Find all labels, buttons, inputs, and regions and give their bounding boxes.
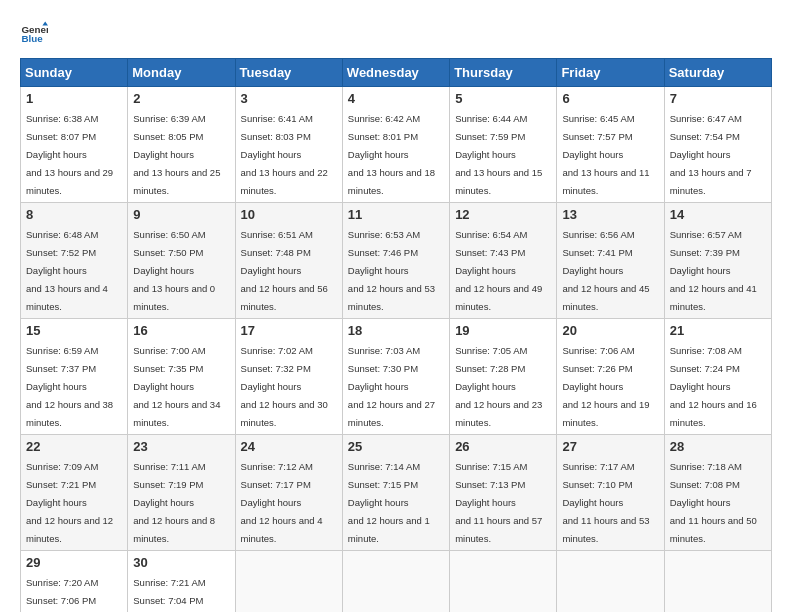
calendar-cell: 30 Sunrise: 7:21 AMSunset: 7:04 PMDaylig… (128, 551, 235, 613)
day-number: 6 (562, 91, 658, 106)
day-detail: Sunrise: 7:15 AMSunset: 7:13 PMDaylight … (455, 461, 542, 544)
weekday-header: Monday (128, 59, 235, 87)
day-number: 5 (455, 91, 551, 106)
calendar-week-row: 29 Sunrise: 7:20 AMSunset: 7:06 PMDaylig… (21, 551, 772, 613)
day-number: 10 (241, 207, 337, 222)
svg-text:Blue: Blue (21, 33, 43, 44)
calendar-cell (235, 551, 342, 613)
calendar-cell: 1 Sunrise: 6:38 AMSunset: 8:07 PMDayligh… (21, 87, 128, 203)
logo-icon: General Blue (20, 20, 48, 48)
day-number: 28 (670, 439, 766, 454)
calendar-cell: 4 Sunrise: 6:42 AMSunset: 8:01 PMDayligh… (342, 87, 449, 203)
day-detail: Sunrise: 6:45 AMSunset: 7:57 PMDaylight … (562, 113, 649, 196)
weekday-header: Wednesday (342, 59, 449, 87)
day-number: 2 (133, 91, 229, 106)
day-number: 30 (133, 555, 229, 570)
day-detail: Sunrise: 6:54 AMSunset: 7:43 PMDaylight … (455, 229, 542, 312)
day-number: 7 (670, 91, 766, 106)
calendar-cell: 11 Sunrise: 6:53 AMSunset: 7:46 PMDaylig… (342, 203, 449, 319)
day-detail: Sunrise: 7:11 AMSunset: 7:19 PMDaylight … (133, 461, 215, 544)
day-detail: Sunrise: 6:56 AMSunset: 7:41 PMDaylight … (562, 229, 649, 312)
day-number: 20 (562, 323, 658, 338)
day-number: 25 (348, 439, 444, 454)
calendar-week-row: 15 Sunrise: 6:59 AMSunset: 7:37 PMDaylig… (21, 319, 772, 435)
calendar-cell: 27 Sunrise: 7:17 AMSunset: 7:10 PMDaylig… (557, 435, 664, 551)
day-number: 13 (562, 207, 658, 222)
calendar-cell: 9 Sunrise: 6:50 AMSunset: 7:50 PMDayligh… (128, 203, 235, 319)
calendar-cell (450, 551, 557, 613)
calendar-cell: 26 Sunrise: 7:15 AMSunset: 7:13 PMDaylig… (450, 435, 557, 551)
calendar-cell: 12 Sunrise: 6:54 AMSunset: 7:43 PMDaylig… (450, 203, 557, 319)
day-detail: Sunrise: 7:14 AMSunset: 7:15 PMDaylight … (348, 461, 430, 544)
calendar-table: SundayMondayTuesdayWednesdayThursdayFrid… (20, 58, 772, 612)
weekday-header: Thursday (450, 59, 557, 87)
day-detail: Sunrise: 7:18 AMSunset: 7:08 PMDaylight … (670, 461, 757, 544)
calendar-cell: 25 Sunrise: 7:14 AMSunset: 7:15 PMDaylig… (342, 435, 449, 551)
day-detail: Sunrise: 6:57 AMSunset: 7:39 PMDaylight … (670, 229, 757, 312)
day-number: 29 (26, 555, 122, 570)
day-detail: Sunrise: 6:39 AMSunset: 8:05 PMDaylight … (133, 113, 220, 196)
day-detail: Sunrise: 7:09 AMSunset: 7:21 PMDaylight … (26, 461, 113, 544)
calendar-cell: 16 Sunrise: 7:00 AMSunset: 7:35 PMDaylig… (128, 319, 235, 435)
day-detail: Sunrise: 6:42 AMSunset: 8:01 PMDaylight … (348, 113, 435, 196)
weekday-header: Tuesday (235, 59, 342, 87)
calendar-cell: 19 Sunrise: 7:05 AMSunset: 7:28 PMDaylig… (450, 319, 557, 435)
day-number: 18 (348, 323, 444, 338)
calendar-cell (664, 551, 771, 613)
day-detail: Sunrise: 7:06 AMSunset: 7:26 PMDaylight … (562, 345, 649, 428)
day-number: 14 (670, 207, 766, 222)
day-number: 3 (241, 91, 337, 106)
calendar-cell: 23 Sunrise: 7:11 AMSunset: 7:19 PMDaylig… (128, 435, 235, 551)
day-detail: Sunrise: 6:53 AMSunset: 7:46 PMDaylight … (348, 229, 435, 312)
day-number: 22 (26, 439, 122, 454)
day-detail: Sunrise: 6:51 AMSunset: 7:48 PMDaylight … (241, 229, 328, 312)
day-number: 21 (670, 323, 766, 338)
header: General Blue (20, 20, 772, 48)
day-number: 24 (241, 439, 337, 454)
day-number: 26 (455, 439, 551, 454)
day-number: 4 (348, 91, 444, 106)
day-detail: Sunrise: 6:59 AMSunset: 7:37 PMDaylight … (26, 345, 113, 428)
calendar-cell: 5 Sunrise: 6:44 AMSunset: 7:59 PMDayligh… (450, 87, 557, 203)
calendar-header-row: SundayMondayTuesdayWednesdayThursdayFrid… (21, 59, 772, 87)
calendar-cell (342, 551, 449, 613)
day-detail: Sunrise: 6:50 AMSunset: 7:50 PMDaylight … (133, 229, 215, 312)
calendar-cell: 29 Sunrise: 7:20 AMSunset: 7:06 PMDaylig… (21, 551, 128, 613)
weekday-header: Sunday (21, 59, 128, 87)
calendar-cell: 20 Sunrise: 7:06 AMSunset: 7:26 PMDaylig… (557, 319, 664, 435)
day-detail: Sunrise: 7:21 AMSunset: 7:04 PMDaylight … (133, 577, 220, 612)
calendar-cell: 24 Sunrise: 7:12 AMSunset: 7:17 PMDaylig… (235, 435, 342, 551)
day-number: 9 (133, 207, 229, 222)
calendar-cell: 8 Sunrise: 6:48 AMSunset: 7:52 PMDayligh… (21, 203, 128, 319)
calendar-cell: 15 Sunrise: 6:59 AMSunset: 7:37 PMDaylig… (21, 319, 128, 435)
day-detail: Sunrise: 7:17 AMSunset: 7:10 PMDaylight … (562, 461, 649, 544)
day-number: 16 (133, 323, 229, 338)
calendar-cell: 17 Sunrise: 7:02 AMSunset: 7:32 PMDaylig… (235, 319, 342, 435)
day-number: 1 (26, 91, 122, 106)
calendar-cell: 18 Sunrise: 7:03 AMSunset: 7:30 PMDaylig… (342, 319, 449, 435)
day-number: 12 (455, 207, 551, 222)
calendar-cell (557, 551, 664, 613)
day-detail: Sunrise: 6:44 AMSunset: 7:59 PMDaylight … (455, 113, 542, 196)
day-number: 23 (133, 439, 229, 454)
day-detail: Sunrise: 6:47 AMSunset: 7:54 PMDaylight … (670, 113, 752, 196)
day-detail: Sunrise: 6:41 AMSunset: 8:03 PMDaylight … (241, 113, 328, 196)
calendar-cell: 21 Sunrise: 7:08 AMSunset: 7:24 PMDaylig… (664, 319, 771, 435)
day-detail: Sunrise: 7:08 AMSunset: 7:24 PMDaylight … (670, 345, 757, 428)
day-number: 11 (348, 207, 444, 222)
calendar-cell: 6 Sunrise: 6:45 AMSunset: 7:57 PMDayligh… (557, 87, 664, 203)
day-detail: Sunrise: 6:48 AMSunset: 7:52 PMDaylight … (26, 229, 108, 312)
calendar-week-row: 22 Sunrise: 7:09 AMSunset: 7:21 PMDaylig… (21, 435, 772, 551)
calendar-cell: 3 Sunrise: 6:41 AMSunset: 8:03 PMDayligh… (235, 87, 342, 203)
calendar-week-row: 8 Sunrise: 6:48 AMSunset: 7:52 PMDayligh… (21, 203, 772, 319)
logo: General Blue (20, 20, 52, 48)
day-number: 27 (562, 439, 658, 454)
day-detail: Sunrise: 7:03 AMSunset: 7:30 PMDaylight … (348, 345, 435, 428)
calendar-cell: 14 Sunrise: 6:57 AMSunset: 7:39 PMDaylig… (664, 203, 771, 319)
calendar-cell: 13 Sunrise: 6:56 AMSunset: 7:41 PMDaylig… (557, 203, 664, 319)
calendar-cell: 2 Sunrise: 6:39 AMSunset: 8:05 PMDayligh… (128, 87, 235, 203)
calendar-week-row: 1 Sunrise: 6:38 AMSunset: 8:07 PMDayligh… (21, 87, 772, 203)
weekday-header: Friday (557, 59, 664, 87)
day-number: 17 (241, 323, 337, 338)
weekday-header: Saturday (664, 59, 771, 87)
